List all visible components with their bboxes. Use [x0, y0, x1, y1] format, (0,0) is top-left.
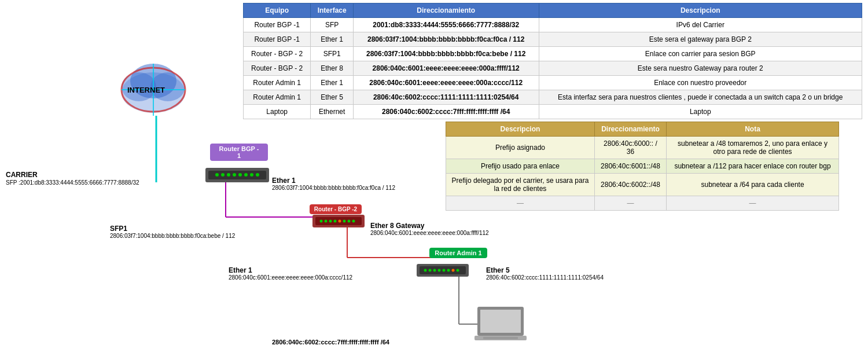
col-interface: Interface [311, 3, 354, 18]
internet-label: INTERNET [127, 86, 165, 94]
table-cell: 2806:03f7:1004:bbbb:bbbb:bbbb:f0ca:bebe … [353, 47, 539, 61]
table-cell: Enlace con carrier para sesion BGP [539, 47, 862, 61]
svg-point-39 [433, 269, 436, 272]
table-cell: Este sera el gateway para BGP 2 [539, 32, 862, 47]
table-cell: Router Admin 1 [244, 90, 311, 105]
table-row: Prefijo asignado2806:40c:6000:: / 36subn… [446, 137, 839, 159]
router-bgp2-svg [312, 213, 365, 230]
router-bgp1-label: Router BGP - 1 [210, 144, 268, 161]
table-cell: SFP1 [311, 47, 354, 61]
sfp1-title: SFP1 [110, 225, 235, 233]
table-row: Router BGP -1SFP2001:db8:3333:4444:5555:… [244, 18, 862, 32]
svg-point-41 [443, 269, 446, 272]
table-cell: 2806:40c:6001::/48 [594, 159, 666, 174]
carrier-addr: SFP :2001:db8:3333:4444:5555:6666:7777:8… [6, 179, 139, 186]
table-cell: Laptop [244, 105, 311, 119]
svg-point-20 [233, 173, 236, 177]
laptop-svg [475, 307, 527, 347]
table-cell: 2806:03f7:1004:bbbb:bbbb:bbbb:f0ca:f0ca … [353, 32, 539, 47]
svg-point-23 [250, 173, 253, 177]
table-cell: SFP [311, 18, 354, 32]
table-cell: Router - BGP - 2 [244, 61, 311, 76]
ether8-addr: 2806:040c:6001:eeee:eeee:eeee:000a:ffff/… [370, 230, 489, 236]
table-cell: IPv6 del Carrier [539, 18, 862, 32]
ether5-addr: 2806:40c:6002:cccc:1111:1111:1111:0254/6… [486, 274, 604, 281]
svg-point-27 [320, 220, 323, 223]
table-cell: 2001:db8:3333:4444:5555:6666:7777:8888/3… [353, 18, 539, 32]
table-row: Prefijo delegado por el carrier, se usar… [446, 174, 839, 196]
table-cell: 2806:040c:6001:eeee:eeee:eeee:000a:ffff/… [353, 61, 539, 76]
table-row: Prefijo usado para enlace2806:40c:6001::… [446, 159, 839, 174]
table-cell: Enlace con nuestro proveedor [539, 76, 862, 90]
table-cell: Ether 5 [311, 90, 354, 105]
ether1-admin-label-area: Ether 1 2806:040c:6001:eeee:eeee:eeee:00… [229, 266, 352, 281]
table-cell: Prefijo usado para enlace [446, 159, 595, 174]
col-direccionamiento: Direccionamiento [353, 3, 539, 18]
table-row: Router BGP -1Ether 12806:03f7:1004:bbbb:… [244, 32, 862, 47]
svg-point-32 [343, 220, 346, 223]
table-cell: Prefijo asignado [446, 137, 595, 159]
col-equipo: Equipo [244, 3, 311, 18]
svg-point-33 [348, 220, 351, 223]
table-cell: Router BGP -1 [244, 32, 311, 47]
table-row: Router - BGP - 2SFP12806:03f7:1004:bbbb:… [244, 47, 862, 61]
svg-point-29 [329, 220, 332, 223]
ether5-title: Ether 5 [486, 266, 604, 274]
ether8-title: Ether 8 Gateway [370, 222, 489, 230]
table-cell: Router BGP -1 [244, 18, 311, 32]
svg-point-31 [339, 220, 341, 223]
svg-point-18 [221, 173, 225, 177]
table-cell: 2806:40c:6002::/48 [594, 174, 666, 196]
svg-rect-48 [483, 337, 518, 339]
table-cell: — [446, 196, 595, 211]
ether8-label-area: Ether 8 Gateway 2806:040c:6001:eeee:eeee… [370, 222, 489, 236]
col-descripcion: Descripcion [539, 3, 862, 18]
table-cell: 2806:040c:6002:cccc:7fff:ffff:ffff:ffff … [353, 105, 539, 119]
router-bgp2-label: Router - BGP -2 [310, 204, 362, 214]
svg-point-37 [424, 269, 427, 272]
svg-point-28 [325, 220, 328, 223]
svg-point-34 [352, 220, 355, 223]
ether1-admin-title: Ether 1 [229, 266, 352, 274]
router-bgp2-device [312, 213, 365, 232]
table-cell: Router - BGP - 2 [244, 47, 311, 61]
table-cell: Esta interfaz sera para nuestros cliente… [539, 90, 862, 105]
sec-col-descripcion: Descripcion [446, 122, 595, 137]
table-cell: 2806:40c:6000:: / 36 [594, 137, 666, 159]
router-bgp1-svg [205, 165, 269, 185]
svg-point-38 [429, 269, 432, 272]
sfp1-label-area: SFP1 2806:03f7:1004:bbbb:bbbb:bbbb:f0ca:… [110, 225, 235, 239]
sfp1-addr: 2806:03f7:1004:bbbb:bbbb:bbbb:f0ca:bebe … [110, 233, 235, 239]
table-row: LaptopEthernet2806:040c:6002:cccc:7fff:f… [244, 105, 862, 119]
laptop-icon [475, 307, 521, 341]
carrier-label: CARRIER [6, 171, 38, 179]
table-cell: 2806:040c:6001:eeee:eeee:eeee:000a:cccc/… [353, 76, 539, 90]
table-row: Router Admin 1Ether 12806:040c:6001:eeee… [244, 76, 862, 90]
svg-point-43 [452, 269, 455, 272]
table-row: Router - BGP - 2Ether 82806:040c:6001:ee… [244, 61, 862, 76]
table-cell: Ether 1 [311, 76, 354, 90]
ether1-bgp1-title: Ether 1 [272, 177, 395, 185]
router-admin1-svg [417, 262, 469, 280]
svg-point-24 [256, 173, 259, 177]
svg-point-17 [215, 173, 219, 177]
svg-rect-46 [480, 310, 521, 333]
table-cell: — [594, 196, 666, 211]
table-cell: Laptop [539, 105, 862, 119]
ether5-label-area: Ether 5 2806:40c:6002:cccc:1111:1111:111… [486, 266, 604, 281]
svg-point-21 [238, 173, 242, 177]
table-cell: Ethernet [311, 105, 354, 119]
svg-point-44 [457, 269, 459, 272]
table-cell: Ether 8 [311, 61, 354, 76]
laptop-addr: 2806:040c:6002:cccc:7fff:ffff:ffff:ffff … [272, 339, 389, 346]
table-cell: subnetear a /48 tomaremos 2, uno para en… [667, 137, 839, 159]
sec-col-nota: Nota [667, 122, 839, 137]
laptop-addr-area: 2806:040c:6002:cccc:7fff:ffff:ffff:ffff … [272, 339, 389, 346]
router-admin1-device [417, 262, 469, 281]
svg-point-42 [447, 269, 450, 272]
table-cell: 2806:40c:6002:cccc:1111:1111:1111:0254/6… [353, 90, 539, 105]
table-row: Router Admin 1Ether 52806:40c:6002:cccc:… [244, 90, 862, 105]
ether1-bgp1-addr: 2806:03f7:1004:bbbb:bbbb:bbbb:f0ca:f0ca … [272, 185, 395, 191]
ether1-bgp1-label-area: Ether 1 2806:03f7:1004:bbbb:bbbb:bbbb:f0… [272, 177, 395, 191]
table-cell: — [667, 196, 839, 211]
